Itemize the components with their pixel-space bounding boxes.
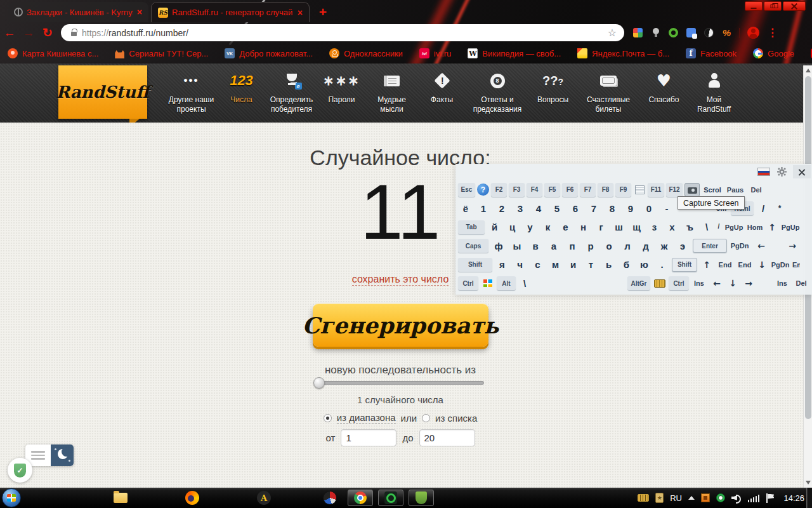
from-input[interactable] xyxy=(341,429,396,446)
key-←[interactable]: ← xyxy=(709,276,724,290)
taskbar-app-media-player[interactable] xyxy=(317,490,343,506)
bookmark-item[interactable]: Карта Кишинева с... xyxy=(8,48,98,58)
nav-item-dots[interactable]: •••Другие наши проекты xyxy=(166,69,216,114)
key-ы[interactable]: ы xyxy=(509,239,525,253)
taskbar-app-antivirus-shield[interactable] xyxy=(409,490,434,506)
key-←[interactable]: ← xyxy=(752,239,770,253)
key-ц[interactable]: ц xyxy=(504,220,520,234)
key-PgDn[interactable]: PgDn xyxy=(770,258,790,272)
key-F5[interactable]: F5 xyxy=(544,183,560,197)
key-F2[interactable]: F2 xyxy=(491,183,507,197)
key-в[interactable]: в xyxy=(527,239,544,253)
key-ч[interactable]: ч xyxy=(512,258,528,272)
tab-bookmarks[interactable]: Закладки - Кишинёв - Kyrnyt Ки × xyxy=(8,2,148,22)
key-Shift[interactable]: Shift xyxy=(458,258,492,272)
key-ж[interactable]: ж xyxy=(656,239,672,253)
key-7[interactable]: 7 xyxy=(586,201,602,215)
keyboard-close-button[interactable] xyxy=(793,165,811,178)
show-desktop-button[interactable] xyxy=(806,488,812,508)
key-/[interactable]: / xyxy=(756,201,771,215)
tray-network-icon[interactable] xyxy=(748,494,760,502)
close-button[interactable] xyxy=(783,1,806,11)
win-key-icon[interactable] xyxy=(480,276,495,290)
key-\[interactable]: \ xyxy=(700,220,714,234)
restore-button[interactable] xyxy=(764,1,782,11)
key-е[interactable]: е xyxy=(558,220,573,234)
to-input[interactable] xyxy=(419,429,475,446)
browser-menu-icon[interactable]: ⋮ xyxy=(767,26,778,39)
key-й[interactable]: й xyxy=(487,220,502,234)
night-mode-moon-icon[interactable] xyxy=(51,444,74,466)
tray-clipboard-icon[interactable]: ★ xyxy=(655,493,664,503)
help-key-icon[interactable]: ? xyxy=(477,184,489,196)
key-т[interactable]: т xyxy=(583,258,599,272)
key-*[interactable]: * xyxy=(773,201,787,215)
key-ф[interactable]: ф xyxy=(490,239,507,253)
key-End[interactable]: End xyxy=(736,258,754,272)
bookmark-item[interactable]: WВикипедия — своб... xyxy=(468,48,561,58)
bookmark-item[interactable]: VKДобро пожаловат... xyxy=(225,48,313,58)
key-F9[interactable]: F9 xyxy=(615,183,631,197)
forward-button[interactable]: → xyxy=(19,26,38,40)
reload-button[interactable]: ↻ xyxy=(38,25,57,40)
key-1[interactable]: 1 xyxy=(475,201,492,215)
key-End[interactable]: End xyxy=(716,258,734,272)
key-PgUp[interactable]: PgUp xyxy=(724,220,744,234)
orange-cut-icon[interactable]: % xyxy=(722,28,731,37)
bookmark-item[interactable]: Одноклассники xyxy=(329,48,403,58)
nav-item-scroll[interactable]: Мудрые мысли xyxy=(367,69,417,114)
key-ю[interactable]: ю xyxy=(636,258,652,272)
tray-orange-app-icon[interactable] xyxy=(701,493,710,502)
key-.[interactable]: . xyxy=(654,258,670,272)
key-Ins[interactable]: Ins xyxy=(774,276,790,290)
key-3[interactable]: 3 xyxy=(512,201,528,215)
key-F12[interactable]: F12 xyxy=(666,183,683,197)
key-En[interactable]: En xyxy=(792,258,800,272)
key-PgUp[interactable]: PgUp xyxy=(780,220,801,234)
nav-item-diamond-exclaim[interactable]: Факты xyxy=(417,69,467,105)
taskbar-app-explorer[interactable] xyxy=(108,490,133,506)
key-AltGr[interactable]: AltGr xyxy=(627,276,650,290)
address-bar[interactable]: https://randstuff.ru/number/ ☆ xyxy=(61,24,624,41)
taskbar-app-nod32-window[interactable] xyxy=(378,490,403,506)
taskbar-app-chrome[interactable] xyxy=(348,490,373,506)
lightbulb-icon[interactable] xyxy=(651,28,660,37)
start-button[interactable] xyxy=(2,488,21,507)
key-Shift[interactable]: Shift xyxy=(672,258,697,272)
kbd-key-icon[interactable] xyxy=(652,276,667,290)
bookmark-item[interactable]: fFacebook xyxy=(686,48,737,58)
generate-button[interactable]: Сгенерировать xyxy=(313,304,488,347)
dark-moon-icon[interactable] xyxy=(704,28,714,37)
key-п[interactable]: п xyxy=(564,239,580,253)
key-Hom[interactable]: Hom xyxy=(746,220,764,234)
language-indicator[interactable]: RU xyxy=(670,493,682,503)
taskbar-app-aimp[interactable]: A xyxy=(251,490,277,506)
bookmark-star-icon[interactable]: ☆ xyxy=(608,27,617,39)
key-\[interactable]: \ xyxy=(518,276,532,290)
key-Scrol[interactable]: Scrol xyxy=(702,183,723,197)
key-с[interactable]: с xyxy=(530,258,546,272)
profile-avatar[interactable] xyxy=(747,27,759,39)
key-Caps[interactable]: Caps xyxy=(458,239,488,253)
key-4[interactable]: 4 xyxy=(530,201,547,215)
keyboard-settings-gear-icon[interactable] xyxy=(777,167,787,177)
key-у[interactable]: у xyxy=(522,220,538,234)
key-э[interactable]: э xyxy=(674,239,691,253)
nav-item-trophy[interactable]: вОпределить победителя xyxy=(266,69,317,114)
camera-key-icon[interactable] xyxy=(684,183,700,197)
night-mode-panel[interactable] xyxy=(25,444,74,466)
nav-item-tickets[interactable]: Счастливые билеты xyxy=(578,69,639,114)
nav-item-user[interactable]: Мой RandStuff xyxy=(689,69,739,114)
key-2[interactable]: 2 xyxy=(494,201,510,215)
key-з[interactable]: з xyxy=(646,220,662,234)
radio-list-label[interactable]: из списка xyxy=(435,413,477,424)
bookmark-item[interactable]: Сериалы ТУТ! Сер... xyxy=(115,48,208,58)
key-F7[interactable]: F7 xyxy=(580,183,596,197)
nav-item-numbers-123[interactable]: 123Числа xyxy=(216,69,266,105)
key-я[interactable]: я xyxy=(494,258,510,272)
tray-volume-icon[interactable] xyxy=(731,493,742,502)
minimize-button[interactable] xyxy=(745,1,763,11)
key-5[interactable]: 5 xyxy=(549,201,565,215)
key-и[interactable]: и xyxy=(565,258,581,272)
key-↓[interactable]: ↓ xyxy=(756,258,768,272)
